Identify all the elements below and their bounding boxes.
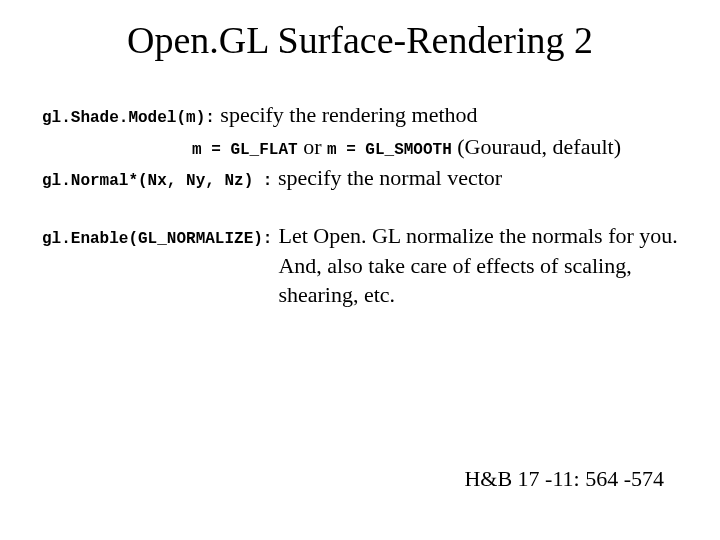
code-enable-normalize: gl.Enable(GL_NORMALIZE): [42, 230, 272, 248]
line-modes: m = GL_FLAT or m = GL_SMOOTH (Gouraud, d… [42, 132, 692, 162]
block-enable-normalize: gl.Enable(GL_NORMALIZE): Let Open. GL no… [42, 221, 692, 310]
page-title: Open.GL Surface-Rendering 2 [0, 18, 720, 62]
line-shademodel: gl.Shade.Model(m): specify the rendering… [42, 100, 692, 130]
text-normal: specify the normal vector [272, 165, 502, 190]
line-normal: gl.Normal*(Nx, Ny, Nz) : specify the nor… [42, 163, 692, 193]
body-content: gl.Shade.Model(m): specify the rendering… [42, 100, 692, 310]
text-gouraud: (Gouraud, default) [452, 134, 621, 159]
code-enable-normalize-wrap: gl.Enable(GL_NORMALIZE): [42, 221, 278, 310]
code-glflat: m = GL_FLAT [192, 141, 298, 159]
text-shademodel: specify the rendering method [215, 102, 478, 127]
footer-reference: H&B 17 -11: 564 -574 [464, 466, 664, 492]
slide: Open.GL Surface-Rendering 2 gl.Shade.Mod… [0, 0, 720, 540]
code-shademodel: gl.Shade.Model(m): [42, 109, 215, 127]
text-enable-normalize: Let Open. GL normalize the normals for y… [278, 221, 692, 310]
code-normal: gl.Normal*(Nx, Ny, Nz) : [42, 172, 272, 190]
code-glsmooth: m = GL_SMOOTH [327, 141, 452, 159]
text-or: or [298, 134, 327, 159]
